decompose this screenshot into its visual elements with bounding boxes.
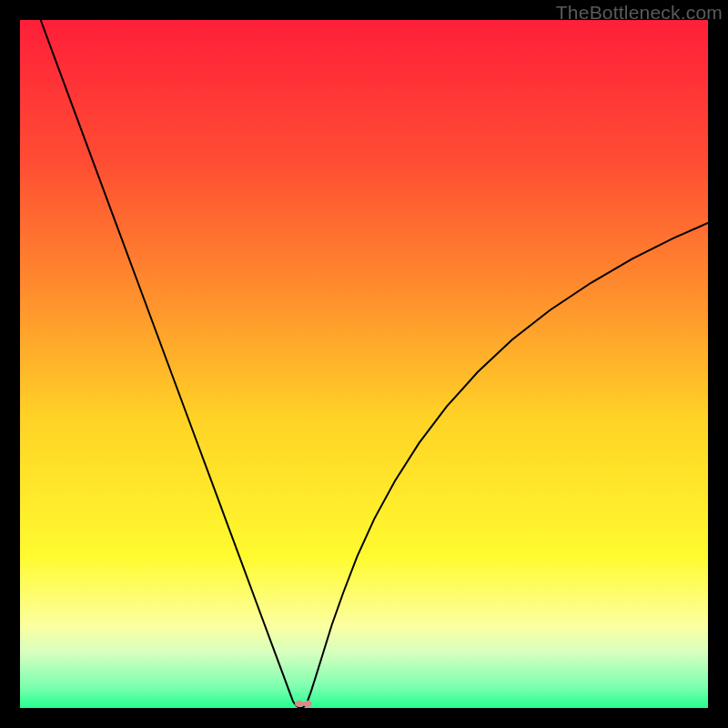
- min-point-b: [303, 701, 312, 707]
- min-point-a: [295, 701, 304, 707]
- watermark-text: TheBottleneck.com: [556, 2, 723, 24]
- chart-frame: [20, 20, 708, 708]
- chart-canvas: [20, 20, 708, 708]
- gradient-background: [20, 20, 708, 708]
